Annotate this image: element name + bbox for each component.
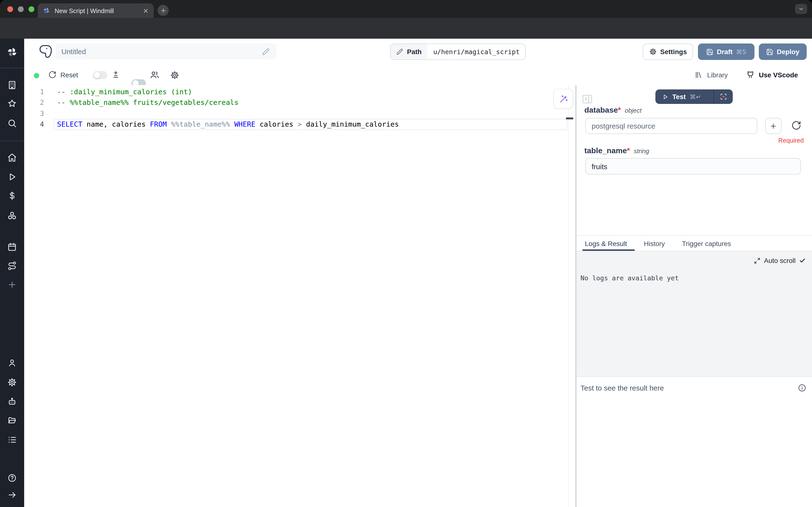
tab-search-button[interactable] <box>795 4 807 14</box>
draft-shortcut: ⌘S <box>736 48 746 55</box>
help-icon[interactable] <box>7 473 17 483</box>
database-resource-input[interactable] <box>585 118 757 134</box>
code-line-2[interactable]: -- %%table_name%% fruits/vegetables/cere… <box>57 97 238 108</box>
auto-scroll-control[interactable]: Auto scroll <box>753 257 806 264</box>
app-sidebar <box>0 39 24 507</box>
workers-robot-icon[interactable] <box>7 397 17 406</box>
required-asterisk: * <box>627 147 630 155</box>
library-icon <box>695 70 703 79</box>
browser-tab[interactable]: New Script | Windmill <box>38 3 154 18</box>
logs-empty-text: No logs are available yet <box>580 274 679 282</box>
tab-history[interactable]: History <box>644 240 665 247</box>
edit-pencil-icon[interactable] <box>262 48 270 55</box>
windmill-logo[interactable] <box>6 46 18 58</box>
line-number: 2 <box>24 97 44 108</box>
ai-assistant-wand-button[interactable] <box>554 89 573 109</box>
folders-icon[interactable] <box>7 416 17 425</box>
required-validation-text: Required <box>585 137 804 144</box>
refresh-icon <box>48 70 57 79</box>
search-icon[interactable] <box>7 118 17 128</box>
use-vscode-button[interactable]: Use VScode <box>746 70 798 79</box>
diff-plusminus-icon <box>111 70 120 79</box>
workspace-building-icon[interactable] <box>7 80 17 90</box>
tab-title: New Script | Windmill <box>55 7 142 14</box>
library-label: Library <box>707 71 728 79</box>
path-label: Path <box>407 48 422 56</box>
code-line-1[interactable]: -- :daily_minimum_calories (int) <box>57 87 192 98</box>
script-title-input[interactable] <box>56 47 262 56</box>
traffic-light-minimize[interactable] <box>18 6 24 12</box>
line-number-active: 4 <box>24 119 44 130</box>
path-chip-label: Path <box>391 44 427 59</box>
settings-button[interactable]: Settings <box>643 44 693 60</box>
draft-button[interactable]: Draft ⌘S <box>698 44 754 60</box>
active-tab-underline <box>582 249 635 251</box>
tab-close-icon[interactable] <box>142 7 149 14</box>
deploy-button[interactable]: Deploy <box>759 44 807 60</box>
path-value: u/henri/magical_script <box>427 44 526 59</box>
runs-play-icon[interactable] <box>7 172 17 182</box>
reset-label: Reset <box>60 71 78 78</box>
path-chip[interactable]: Path u/henri/magical_script <box>390 44 526 60</box>
plus-icon <box>769 122 777 130</box>
users-person-icon[interactable] <box>7 358 17 368</box>
table-name-field-type: string <box>634 147 649 155</box>
expand-sidebar-icon[interactable] <box>7 490 17 500</box>
settings-button-label: Settings <box>660 48 687 56</box>
test-shortcut: ⌘↵ <box>690 93 701 100</box>
browser-tab-strip: New Script | Windmill <box>0 0 812 18</box>
table-name-field-label-row: table_name* string <box>584 147 649 155</box>
test-button-group: Test ⌘↵ <box>655 90 733 104</box>
result-panel: Test to see the result here <box>577 377 812 507</box>
reset-button[interactable]: Reset <box>48 70 78 79</box>
traffic-light-close[interactable] <box>7 6 13 12</box>
refresh-resources-icon[interactable] <box>791 120 801 130</box>
expand-logs-icon[interactable] <box>753 257 760 264</box>
test-button[interactable]: Test ⌘↵ <box>655 90 713 104</box>
tab-trigger-captures[interactable]: Trigger captures <box>682 240 731 247</box>
collapse-panel-icon[interactable] <box>581 93 593 105</box>
table-name-input[interactable] <box>585 158 801 174</box>
vscode-label: Use VScode <box>759 71 798 78</box>
favorites-star-icon[interactable] <box>7 99 17 108</box>
gear-icon <box>649 48 657 56</box>
new-tab-button[interactable] <box>158 5 169 16</box>
plus-icon <box>160 7 167 14</box>
test-button-label: Test <box>672 93 686 101</box>
triggers-route-icon[interactable] <box>7 261 17 271</box>
github-cat-icon <box>746 70 755 79</box>
home-icon[interactable] <box>7 153 17 162</box>
postgresql-elephant-icon <box>38 44 54 59</box>
magic-wand-icon <box>559 94 568 104</box>
capture-run-button[interactable] <box>713 90 733 104</box>
traffic-light-zoom[interactable] <box>28 6 34 12</box>
info-icon[interactable] <box>798 383 807 392</box>
add-plus-icon[interactable] <box>7 280 17 289</box>
browser-window: New Script | Windmill app.windmill.dev/s… <box>0 0 812 507</box>
line-number: 3 <box>24 108 44 119</box>
variables-dollar-icon[interactable] <box>7 191 17 201</box>
database-field-name: database <box>584 106 618 115</box>
overview-ruler-cursor-mark <box>566 117 573 119</box>
schedules-calendar-icon[interactable] <box>7 242 17 252</box>
multiplayer-users-icon <box>150 70 160 80</box>
tab-logs-result[interactable]: Logs & Result <box>585 240 627 247</box>
editor-settings-gear-icon[interactable] <box>170 70 179 80</box>
diff-mode-toggle[interactable] <box>93 71 107 79</box>
script-title-field[interactable] <box>56 44 277 59</box>
settings-gear-icon[interactable] <box>7 378 17 387</box>
code-editor[interactable] <box>24 85 575 507</box>
table-name-field-name: table_name <box>584 147 627 155</box>
add-resource-button[interactable] <box>765 118 781 134</box>
check-icon <box>799 257 806 264</box>
database-field-label-row: database* object <box>584 106 642 115</box>
draft-button-label: Draft <box>717 48 733 56</box>
browser-toolbar: app.windmill.dev/scripts/add#JTdCJTIyaGF… <box>0 18 812 39</box>
code-line-4[interactable]: SELECT name, calories FROM %%table_name%… <box>57 119 399 130</box>
resources-cubes-icon[interactable] <box>7 211 17 220</box>
library-button[interactable]: Library <box>695 70 728 79</box>
play-icon <box>662 94 669 100</box>
audit-logs-list-icon[interactable] <box>7 435 17 445</box>
deploy-button-label: Deploy <box>777 48 799 56</box>
windmill-favicon <box>43 7 50 14</box>
